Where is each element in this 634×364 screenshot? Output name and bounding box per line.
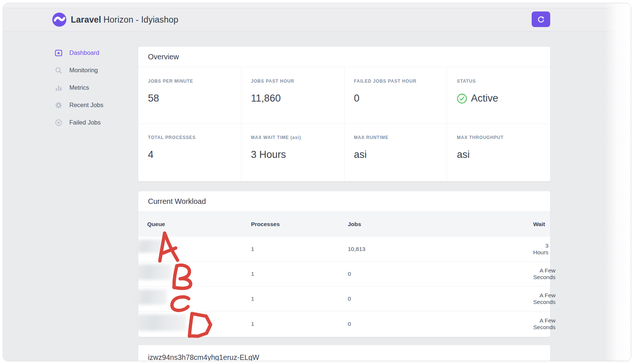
workload-title: Current Workload (138, 191, 550, 212)
cell-wait: A Few Seconds (533, 317, 555, 331)
cell-processes: 1 (251, 271, 348, 277)
right-edge-fade (605, 3, 631, 361)
overview-metric-grid: JOBS PER MINUTE 58 JOBS PAST HOUR 11,860… (138, 67, 550, 181)
gear-icon (55, 101, 63, 109)
table-row: 1 0 A Few Seconds (138, 311, 550, 336)
sidebar-item-label: Monitoring (69, 67, 98, 74)
column-header-processes: Processes (251, 221, 348, 228)
metric-value: 58 (148, 93, 231, 104)
refresh-button[interactable] (532, 11, 550, 27)
column-header-jobs: Jobs (348, 221, 533, 228)
metric-label: TOTAL PROCESSES (148, 135, 231, 140)
metric-label: JOBS PAST HOUR (251, 79, 334, 84)
sidebar-item-failed-jobs[interactable]: Failed Jobs (55, 114, 132, 131)
metric-value: 3 Hours (251, 149, 334, 161)
status-text: Active (471, 93, 498, 104)
cell-jobs: 10,813 (348, 246, 533, 252)
window-top-strip (3, 3, 631, 8)
cell-processes: 1 (251, 295, 348, 302)
app-header: LaravelHorizon - Idyiashop (3, 8, 631, 32)
supervisor-card: izwz94ns3h78cm4yhg1eruz-ELgW (138, 345, 550, 361)
status-value: Active (457, 93, 541, 104)
workload-table-header: Queue Processes Jobs Wait (138, 212, 550, 237)
cell-jobs: 0 (348, 321, 533, 327)
supervisor-id: izwz94ns3h78cm4yhg1eruz-ELgW (148, 353, 541, 361)
cell-processes: 1 (251, 246, 348, 252)
table-row: 1 10,813 3 Hours (138, 237, 550, 262)
refresh-icon (537, 15, 545, 23)
current-workload-card: Current Workload Queue Processes Jobs Wa… (138, 191, 550, 337)
metric-jobs-per-minute: JOBS PER MINUTE 58 (138, 67, 241, 124)
cell-jobs: 0 (348, 295, 533, 302)
sidebar-item-label: Recent Jobs (69, 102, 103, 109)
screenshot-canvas: LaravelHorizon - Idyiashop (0, 0, 634, 364)
metric-value: asi (457, 149, 541, 161)
search-icon (55, 66, 63, 75)
column-header-wait: Wait (533, 221, 545, 228)
metric-failed-jobs-past-hour: FAILED JOBS PAST HOUR 0 (344, 67, 448, 124)
metric-label: MAX THROUGHPUT (457, 135, 541, 140)
metric-max-wait-time: MAX WAIT TIME (asi) 3 Hours (241, 124, 344, 181)
sidebar-item-label: Failed Jobs (69, 119, 100, 126)
cell-processes: 1 (251, 321, 348, 327)
column-header-queue: Queue (147, 221, 251, 228)
overview-card: Overview JOBS PER MINUTE 58 JOBS PAST HO… (138, 47, 550, 181)
x-circle-icon (55, 119, 63, 127)
sidebar-item-recent-jobs[interactable]: Recent Jobs (55, 96, 132, 114)
metric-label: STATUS (457, 79, 541, 84)
bar-chart-icon (55, 84, 63, 92)
brand-name: Laravel (71, 15, 101, 24)
metric-value: 11,860 (251, 93, 334, 104)
metric-jobs-past-hour: JOBS PAST HOUR 11,860 (241, 67, 344, 124)
image-icon (55, 49, 63, 57)
sidebar-item-dashboard[interactable]: Dashboard (55, 44, 132, 62)
check-circle-icon (457, 93, 467, 104)
sidebar-item-metrics[interactable]: Metrics (55, 79, 132, 96)
horizon-logo-icon (52, 13, 66, 27)
metric-max-runtime: MAX RUNTIME asi (344, 124, 448, 181)
app-window: LaravelHorizon - Idyiashop (3, 3, 631, 361)
cell-wait: 3 Hours (533, 242, 548, 256)
metric-label: JOBS PER MINUTE (148, 79, 231, 84)
sidebar-item-label: Dashboard (69, 49, 99, 56)
page-subtitle: Horizon - Idyiashop (103, 15, 178, 24)
cell-jobs: 0 (348, 271, 533, 277)
table-row: 1 0 A Few Seconds (138, 287, 550, 311)
table-row: 1 0 A Few Seconds (138, 262, 550, 287)
metric-label: FAILED JOBS PAST HOUR (354, 79, 437, 84)
metric-value: 0 (354, 93, 437, 104)
metric-status: STATUS Active (447, 67, 550, 124)
metric-label: MAX RUNTIME (354, 135, 437, 140)
metric-max-throughput: MAX THROUGHPUT asi (447, 124, 550, 181)
metric-label: MAX WAIT TIME (asi) (251, 135, 334, 140)
cell-wait: A Few Seconds (533, 292, 555, 305)
metric-total-processes: TOTAL PROCESSES 4 (138, 124, 241, 181)
cell-wait: A Few Seconds (533, 267, 555, 281)
sidebar: Dashboard Monitoring (55, 44, 132, 131)
metric-value: 4 (148, 149, 231, 161)
overview-title: Overview (138, 47, 550, 67)
sidebar-item-label: Metrics (69, 84, 89, 91)
sidebar-item-monitoring[interactable]: Monitoring (55, 62, 132, 79)
metric-value: asi (354, 149, 437, 161)
page-title: LaravelHorizon - Idyiashop (71, 15, 178, 25)
